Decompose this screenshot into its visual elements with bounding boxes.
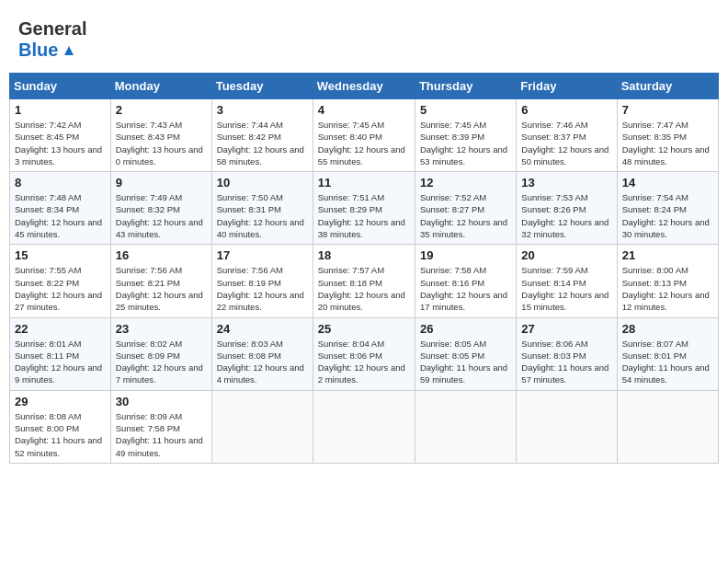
day-number: 6 [521,103,611,117]
page-header: General Blue [9,9,719,65]
day-info: Sunrise: 8:04 AMSunset: 8:06 PMDaylight:… [318,339,405,385]
calendar-cell: 13 Sunrise: 7:53 AMSunset: 8:26 PMDaylig… [517,172,617,245]
day-info: Sunrise: 7:43 AMSunset: 8:43 PMDaylight:… [116,120,203,167]
day-info: Sunrise: 7:42 AMSunset: 8:45 PMDaylight:… [15,120,102,167]
day-info: Sunrise: 7:45 AMSunset: 8:40 PMDaylight:… [318,120,405,167]
day-number: 20 [521,248,611,262]
day-info: Sunrise: 7:44 AMSunset: 8:42 PMDaylight:… [217,120,304,167]
day-info: Sunrise: 7:54 AMSunset: 8:24 PMDaylight:… [622,192,710,239]
calendar-week-row: 29 Sunrise: 8:08 AMSunset: 8:00 PMDaylig… [10,390,719,463]
day-info: Sunrise: 7:56 AMSunset: 8:21 PMDaylight:… [116,265,203,312]
day-info: Sunrise: 7:59 AMSunset: 8:14 PMDaylight:… [521,265,609,312]
day-number: 12 [420,176,511,190]
calendar-cell: 5 Sunrise: 7:45 AMSunset: 8:39 PMDayligh… [415,99,516,172]
calendar-cell: 25 Sunrise: 8:04 AMSunset: 8:06 PMDaylig… [313,317,415,390]
calendar-cell [313,390,415,463]
calendar-cell: 30 Sunrise: 8:09 AMSunset: 7:58 PMDaylig… [110,390,211,463]
day-number: 14 [622,176,713,190]
calendar-cell: 10 Sunrise: 7:50 AMSunset: 8:31 PMDaylig… [211,172,313,245]
day-info: Sunrise: 8:05 AMSunset: 8:05 PMDaylight:… [420,339,507,385]
day-info: Sunrise: 7:51 AMSunset: 8:29 PMDaylight:… [318,192,405,239]
calendar-cell: 23 Sunrise: 8:02 AMSunset: 8:09 PMDaylig… [110,317,211,390]
calendar-cell: 21 Sunrise: 8:00 AMSunset: 8:13 PMDaylig… [617,245,718,317]
day-number: 30 [116,395,207,408]
day-info: Sunrise: 8:03 AMSunset: 8:08 PMDaylight:… [217,339,304,385]
day-info: Sunrise: 7:56 AMSunset: 8:19 PMDaylight:… [217,265,304,312]
day-info: Sunrise: 8:01 AMSunset: 8:11 PMDaylight:… [15,339,102,385]
day-info: Sunrise: 8:02 AMSunset: 8:09 PMDaylight:… [116,339,203,385]
day-info: Sunrise: 7:50 AMSunset: 8:31 PMDaylight:… [217,192,304,239]
day-number: 5 [420,103,511,117]
calendar-cell: 16 Sunrise: 7:56 AMSunset: 8:21 PMDaylig… [110,245,211,317]
calendar-cell [415,390,516,463]
calendar-cell: 1 Sunrise: 7:42 AMSunset: 8:45 PMDayligh… [10,99,111,172]
calendar-cell: 18 Sunrise: 7:57 AMSunset: 8:18 PMDaylig… [313,245,415,317]
day-number: 22 [15,322,106,336]
calendar-cell: 26 Sunrise: 8:05 AMSunset: 8:05 PMDaylig… [415,317,516,390]
day-number: 4 [318,103,410,117]
day-number: 1 [15,103,106,117]
day-info: Sunrise: 7:47 AMSunset: 8:35 PMDaylight:… [622,120,710,167]
logo: General Blue [18,18,90,61]
calendar-cell: 8 Sunrise: 7:48 AMSunset: 8:34 PMDayligh… [10,172,111,245]
day-info: Sunrise: 7:49 AMSunset: 8:32 PMDaylight:… [116,192,203,239]
calendar-cell: 20 Sunrise: 7:59 AMSunset: 8:14 PMDaylig… [517,245,617,317]
day-number: 16 [116,248,207,262]
day-info: Sunrise: 7:55 AMSunset: 8:22 PMDaylight:… [15,265,102,312]
calendar-cell: 9 Sunrise: 7:49 AMSunset: 8:32 PMDayligh… [110,172,211,245]
day-info: Sunrise: 7:48 AMSunset: 8:34 PMDaylight:… [15,192,102,239]
day-number: 27 [521,322,611,336]
logo-text-blue: Blue [18,40,86,61]
calendar-header-row: SundayMondayTuesdayWednesdayThursdayFrid… [10,74,719,99]
day-number: 28 [622,322,713,336]
calendar-cell: 29 Sunrise: 8:08 AMSunset: 8:00 PMDaylig… [10,390,111,463]
calendar-header-sunday: Sunday [10,74,111,99]
day-number: 25 [318,322,410,336]
day-info: Sunrise: 8:09 AMSunset: 7:58 PMDaylight:… [116,411,203,458]
calendar-cell: 27 Sunrise: 8:06 AMSunset: 8:03 PMDaylig… [517,317,617,390]
calendar-week-row: 1 Sunrise: 7:42 AMSunset: 8:45 PMDayligh… [10,99,719,172]
calendar-cell: 11 Sunrise: 7:51 AMSunset: 8:29 PMDaylig… [313,172,415,245]
day-number: 8 [15,176,106,190]
day-info: Sunrise: 8:08 AMSunset: 8:00 PMDaylight:… [15,411,102,458]
calendar-cell: 4 Sunrise: 7:45 AMSunset: 8:40 PMDayligh… [313,99,415,172]
day-number: 3 [217,103,308,117]
day-number: 26 [420,322,511,336]
calendar-cell: 6 Sunrise: 7:46 AMSunset: 8:37 PMDayligh… [517,99,617,172]
calendar-week-row: 15 Sunrise: 7:55 AMSunset: 8:22 PMDaylig… [10,245,719,317]
calendar-cell: 17 Sunrise: 7:56 AMSunset: 8:19 PMDaylig… [211,245,313,317]
calendar-header-saturday: Saturday [617,74,718,99]
calendar-header-tuesday: Tuesday [211,74,313,99]
calendar-cell: 2 Sunrise: 7:43 AMSunset: 8:43 PMDayligh… [110,99,211,172]
day-info: Sunrise: 7:58 AMSunset: 8:16 PMDaylight:… [420,265,507,312]
day-number: 24 [217,322,308,336]
calendar-cell: 24 Sunrise: 8:03 AMSunset: 8:08 PMDaylig… [211,317,313,390]
calendar-cell: 14 Sunrise: 7:54 AMSunset: 8:24 PMDaylig… [617,172,718,245]
svg-marker-0 [64,46,74,55]
calendar-cell [211,390,313,463]
day-number: 17 [217,248,308,262]
day-number: 10 [217,176,308,190]
calendar-cell: 15 Sunrise: 7:55 AMSunset: 8:22 PMDaylig… [10,245,111,317]
day-info: Sunrise: 7:52 AMSunset: 8:27 PMDaylight:… [420,192,507,239]
day-info: Sunrise: 7:45 AMSunset: 8:39 PMDaylight:… [420,120,507,167]
calendar-cell [617,390,718,463]
calendar-cell: 19 Sunrise: 7:58 AMSunset: 8:16 PMDaylig… [415,245,516,317]
calendar-header-wednesday: Wednesday [313,74,415,99]
day-number: 9 [116,176,207,190]
calendar-week-row: 8 Sunrise: 7:48 AMSunset: 8:34 PMDayligh… [10,172,719,245]
day-info: Sunrise: 7:57 AMSunset: 8:18 PMDaylight:… [318,265,405,312]
calendar-cell [517,390,617,463]
day-info: Sunrise: 8:07 AMSunset: 8:01 PMDaylight:… [622,339,710,385]
day-number: 23 [116,322,207,336]
day-number: 2 [116,103,207,117]
day-info: Sunrise: 8:06 AMSunset: 8:03 PMDaylight:… [521,339,609,385]
calendar-week-row: 22 Sunrise: 8:01 AMSunset: 8:11 PMDaylig… [10,317,719,390]
calendar-header-monday: Monday [110,74,211,99]
calendar-cell: 3 Sunrise: 7:44 AMSunset: 8:42 PMDayligh… [211,99,313,172]
calendar-header-thursday: Thursday [415,74,516,99]
calendar-cell: 22 Sunrise: 8:01 AMSunset: 8:11 PMDaylig… [10,317,111,390]
day-number: 18 [318,248,410,262]
day-number: 29 [15,395,106,408]
day-number: 21 [622,248,713,262]
